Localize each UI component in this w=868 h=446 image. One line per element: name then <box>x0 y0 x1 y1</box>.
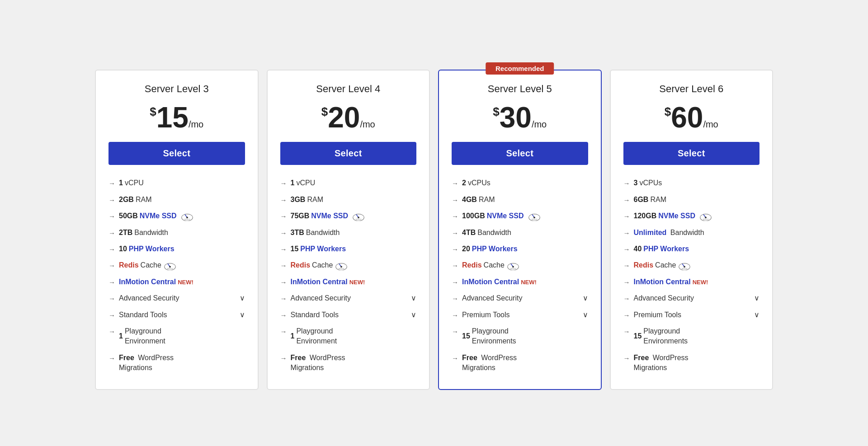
feature-label: Advanced Security <box>119 293 179 303</box>
feature-label: Standard Tools <box>291 310 339 320</box>
feature-item: →40 PHP Workers <box>623 241 760 257</box>
price-amount: 60 <box>671 101 703 134</box>
arrow-icon: → <box>623 353 630 363</box>
feature-item: →Redis Cache SPEED <box>452 257 588 273</box>
plan-card-level5: RecommendedServer Level 5$30/moSelect→2 … <box>438 70 602 390</box>
feature-item[interactable]: →Standard Tools∨ <box>280 307 417 323</box>
expandable-feature[interactable]: Advanced Security∨ <box>462 293 588 303</box>
feature-content: Redis Cache SPEED <box>634 260 760 270</box>
feature-content: 2GB RAM <box>119 195 245 205</box>
feature-item: →Free WordPress Migrations <box>108 350 245 376</box>
select-button[interactable]: Select <box>280 142 417 165</box>
feature-content: 4TB Bandwidth <box>462 228 588 238</box>
feature-item[interactable]: →Advanced Security∨ <box>623 290 760 306</box>
feature-item[interactable]: →Advanced Security∨ <box>452 290 588 306</box>
speed-icon: SPEED <box>350 211 365 221</box>
feature-item: →15 Playground Environments <box>452 323 588 350</box>
feature-item: →4GB RAM <box>452 192 588 208</box>
feature-item: →1 vCPU <box>280 175 417 191</box>
feature-content: Free WordPress Migrations <box>291 353 345 373</box>
feature-item: →2TB Bandwidth <box>108 225 245 241</box>
feature-item: →3GB RAM <box>280 192 417 208</box>
svg-point-22 <box>684 266 685 268</box>
expandable-feature[interactable]: Standard Tools∨ <box>291 310 417 320</box>
svg-text:SPEED: SPEED <box>682 268 688 270</box>
arrow-icon: → <box>108 327 115 336</box>
svg-text:SPEED: SPEED <box>167 268 173 270</box>
arrow-icon: → <box>280 195 287 205</box>
expandable-feature[interactable]: Standard Tools∨ <box>119 310 245 320</box>
arrow-icon: → <box>108 294 115 303</box>
select-button[interactable]: Select <box>623 142 760 165</box>
feature-item: →20 PHP Workers <box>452 241 588 257</box>
speed-icon: SPEED <box>526 211 541 221</box>
feature-item: →1 Playground Environment <box>108 323 245 350</box>
feature-content: 1 vCPU <box>119 178 245 188</box>
svg-point-19 <box>705 216 707 218</box>
arrow-icon: → <box>280 294 287 303</box>
feature-item: →3 vCPUs <box>623 175 760 191</box>
feature-content: Redis Cache SPEED <box>119 260 245 270</box>
arrow-icon: → <box>280 310 287 320</box>
chevron-down-icon: ∨ <box>583 310 588 320</box>
plan-price: $30/mo <box>452 103 588 132</box>
feature-content: 1 Playground Environment <box>119 326 245 347</box>
chevron-down-icon: ∨ <box>240 310 245 320</box>
speed-icon: SPEED <box>676 260 691 270</box>
chevron-down-icon: ∨ <box>583 293 588 303</box>
feature-content: InMotion CentralNEW! <box>462 277 537 287</box>
feature-content: 3GB RAM <box>291 195 417 205</box>
speed-icon: SPEED <box>505 260 519 270</box>
arrow-icon: → <box>452 178 458 188</box>
chevron-down-icon: ∨ <box>754 293 760 303</box>
svg-text:SPEED: SPEED <box>531 219 537 221</box>
arrow-icon: → <box>623 178 630 188</box>
svg-point-10 <box>340 266 342 268</box>
feature-item[interactable]: →Premium Tools∨ <box>623 307 760 323</box>
feature-item: →InMotion CentralNEW! <box>280 274 417 290</box>
feature-item[interactable]: →Standard Tools∨ <box>108 307 245 323</box>
plan-price: $15/mo <box>108 103 245 132</box>
feature-item: →Free WordPress Migrations <box>280 350 417 376</box>
price-period: /mo <box>532 119 547 129</box>
expandable-feature[interactable]: Advanced Security∨ <box>119 293 245 303</box>
select-button[interactable]: Select <box>452 142 588 165</box>
feature-content: 2TB Bandwidth <box>119 228 245 238</box>
feature-item: →Redis Cache SPEED <box>108 257 245 273</box>
arrow-icon: → <box>280 277 287 287</box>
currency-symbol: $ <box>493 106 499 117</box>
feature-content: 50GB NVMe SSD SPEED <box>119 211 245 221</box>
arrow-icon: → <box>108 228 115 238</box>
arrow-icon: → <box>452 327 458 336</box>
feature-content: 40 PHP Workers <box>634 244 760 254</box>
plan-card-level4: Server Level 4$20/moSelect→1 vCPU→3GB RA… <box>267 70 430 390</box>
arrow-icon: → <box>108 244 115 254</box>
feature-content: Redis Cache SPEED <box>462 260 588 270</box>
feature-content: Free WordPress Migrations <box>462 353 517 373</box>
feature-content: 120GB NVMe SSD SPEED <box>634 211 760 221</box>
expandable-feature[interactable]: Advanced Security∨ <box>291 293 417 303</box>
currency-symbol: $ <box>665 106 671 117</box>
price-period: /mo <box>360 119 375 129</box>
arrow-icon: → <box>623 327 630 336</box>
features-list: →1 vCPU→3GB RAM→75GB NVMe SSD SPEED →3TB… <box>280 175 417 376</box>
expandable-feature[interactable]: Premium Tools∨ <box>462 310 588 320</box>
feature-content: 15 Playground Environments <box>462 326 588 347</box>
features-list: →3 vCPUs→6GB RAM→120GB NVMe SSD SPEED →U… <box>623 175 760 376</box>
arrow-icon: → <box>108 178 115 188</box>
arrow-icon: → <box>280 261 287 270</box>
feature-item: →Redis Cache SPEED <box>623 257 760 273</box>
feature-label: Premium Tools <box>462 310 510 320</box>
feature-item[interactable]: →Advanced Security∨ <box>280 290 417 306</box>
arrow-icon: → <box>623 310 630 320</box>
plan-card-level6: Server Level 6$60/moSelect→3 vCPUs→6GB R… <box>610 70 774 390</box>
expandable-feature[interactable]: Premium Tools∨ <box>634 310 760 320</box>
expandable-feature[interactable]: Advanced Security∨ <box>634 293 760 303</box>
feature-item[interactable]: →Premium Tools∨ <box>452 307 588 323</box>
feature-item: →Unlimited Bandwidth <box>623 225 760 241</box>
feature-item[interactable]: →Advanced Security∨ <box>108 290 245 306</box>
select-button[interactable]: Select <box>108 142 245 165</box>
arrow-icon: → <box>280 228 287 238</box>
feature-content: 10 PHP Workers <box>119 244 245 254</box>
feature-item: →InMotion CentralNEW! <box>623 274 760 290</box>
